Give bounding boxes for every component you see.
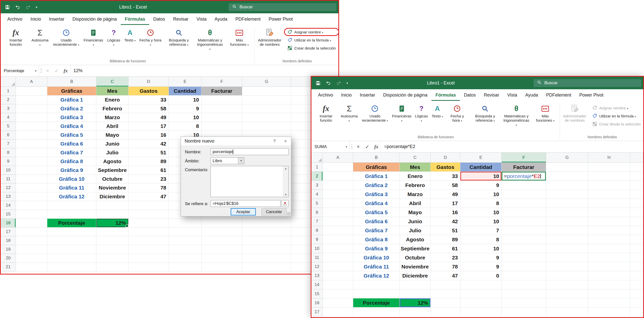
- cell-G3[interactable]: [546, 181, 588, 190]
- cell-A5[interactable]: [16, 122, 47, 131]
- cell-B3[interactable]: Gráfica 2: [47, 104, 96, 113]
- ribbon-button-utilizar-en-la-formula[interactable]: Utilizar en la fórmula ▾: [285, 37, 338, 43]
- cell-E13[interactable]: 0: [460, 271, 502, 280]
- cell-E4[interactable]: 10: [169, 113, 202, 122]
- scope-dropdown[interactable]: Libro ▾: [211, 157, 244, 164]
- cell-x17[interactable]: [630, 307, 643, 316]
- cell-H13[interactable]: [588, 271, 630, 280]
- cell-A16[interactable]: [16, 219, 47, 228]
- ribbon-tab-disposicion-de-pagina[interactable]: Disposición de página: [379, 89, 431, 101]
- ribbon-tab-vista[interactable]: Vista: [192, 13, 211, 25]
- cell-C12[interactable]: Noviembre: [400, 262, 431, 271]
- cell-A12[interactable]: [323, 262, 353, 271]
- ribbon-tab-power-pivot[interactable]: Power Pivot: [575, 89, 608, 101]
- row-header-16[interactable]: 16: [1, 219, 16, 228]
- cell-H15[interactable]: [588, 289, 630, 298]
- cell-F2[interactable]: =porcentaje*E2: [502, 172, 546, 181]
- col-header-D[interactable]: D: [129, 77, 169, 87]
- ribbon-tab-ayuda[interactable]: Ayuda: [211, 13, 231, 25]
- save-icon[interactable]: [5, 5, 10, 10]
- cell-D15[interactable]: [129, 210, 169, 219]
- cell-F16[interactable]: [202, 219, 242, 228]
- cell-C5[interactable]: Abril: [96, 122, 129, 131]
- cell-E12[interactable]: 9: [460, 262, 502, 271]
- cell-A7[interactable]: [16, 140, 47, 148]
- cell-D17[interactable]: [129, 228, 169, 236]
- cell-x8[interactable]: [630, 226, 643, 235]
- cell-E17[interactable]: [460, 307, 502, 316]
- cell-C15[interactable]: [400, 289, 431, 298]
- cell-F1[interactable]: Facturar: [502, 163, 546, 172]
- cell-x11[interactable]: [630, 253, 643, 262]
- ribbon-button-texto[interactable]: ATexto ▾: [123, 26, 138, 43]
- cell-x12[interactable]: [630, 262, 643, 271]
- ribbon-tab-revisar[interactable]: Revisar: [480, 89, 503, 101]
- cell-A4[interactable]: [323, 190, 353, 199]
- cell-A16[interactable]: [323, 298, 353, 307]
- row-header-7[interactable]: 7: [1, 140, 16, 148]
- ribbon-tab-formulas[interactable]: Fórmulas: [431, 89, 460, 101]
- cell-D3[interactable]: 58: [431, 181, 460, 190]
- cell-B4[interactable]: Gráfica 3: [353, 190, 400, 199]
- cell-G10[interactable]: [546, 244, 588, 253]
- cell-E5[interactable]: 8: [460, 199, 502, 208]
- cell-A9[interactable]: [16, 157, 47, 166]
- cell-F20[interactable]: [202, 254, 242, 263]
- cell-H16[interactable]: [588, 298, 630, 307]
- cell-B16[interactable]: Porcentaje: [47, 219, 96, 228]
- ribbon-tab-power-pivot[interactable]: Power Pivot: [265, 13, 297, 25]
- cell-B10[interactable]: Gráfica 9: [353, 244, 400, 253]
- cell-C5[interactable]: Abril: [400, 199, 431, 208]
- cell-E2[interactable]: 10: [169, 96, 202, 104]
- name-box[interactable]: SUMA ▾: [311, 141, 350, 152]
- row-header-13[interactable]: 13: [311, 271, 323, 280]
- cell-C6[interactable]: Mayo: [400, 208, 431, 217]
- cell-F19[interactable]: [202, 245, 242, 254]
- enter-icon[interactable]: ✓: [363, 141, 372, 152]
- cell-x15[interactable]: [630, 289, 643, 298]
- cell-E2[interactable]: 10: [460, 172, 502, 181]
- cell-C7[interactable]: Junio: [400, 217, 431, 226]
- cell-B14[interactable]: [353, 280, 400, 289]
- cell-D11[interactable]: 23: [431, 253, 460, 262]
- ribbon-tab-pdfelement[interactable]: PDFelement: [231, 13, 265, 25]
- cell-B4[interactable]: Gráfica 3: [47, 113, 96, 122]
- cell-B19[interactable]: [47, 245, 96, 254]
- cell-G6[interactable]: [546, 208, 588, 217]
- row-header-14[interactable]: 14: [311, 280, 323, 289]
- select-all-button[interactable]: [1, 77, 16, 87]
- cell-B2[interactable]: Gráfica 1: [47, 96, 96, 104]
- cell-D6[interactable]: 16: [431, 208, 460, 217]
- cell-D13[interactable]: 47: [129, 192, 169, 201]
- row-header-6[interactable]: 6: [1, 131, 16, 140]
- comment-textarea[interactable]: ▲▼: [211, 166, 289, 197]
- ribbon-button-administrador-de-nombres[interactable]: Administrador de nombres: [256, 26, 283, 47]
- cell-A14[interactable]: [323, 280, 353, 289]
- row-header-15[interactable]: 15: [311, 289, 323, 298]
- cell-F10[interactable]: [502, 244, 546, 253]
- cell-D18[interactable]: [129, 236, 169, 245]
- enter-icon[interactable]: ✓: [52, 65, 61, 76]
- cell-x2[interactable]: [630, 172, 643, 181]
- ribbon-button-busqueda-y-referencia[interactable]: Búsqueda y referencia ▾: [163, 26, 194, 48]
- cell-D1[interactable]: Gastos: [129, 87, 169, 96]
- row-header-8[interactable]: 8: [1, 148, 16, 157]
- cell-A10[interactable]: [16, 166, 47, 175]
- cell-B3[interactable]: Gráfica 2: [353, 181, 400, 190]
- cell-F18[interactable]: [202, 236, 242, 245]
- cancel-icon[interactable]: ×: [43, 65, 52, 76]
- cell-x3[interactable]: [630, 181, 643, 190]
- cell-G7[interactable]: [546, 217, 588, 226]
- row-header-9[interactable]: 9: [1, 157, 16, 166]
- row-header-5[interactable]: 5: [1, 122, 16, 131]
- cell-F9[interactable]: [502, 235, 546, 244]
- cell-G16[interactable]: [546, 298, 588, 307]
- cell-C17[interactable]: [96, 228, 129, 236]
- cell-A6[interactable]: [323, 208, 353, 217]
- cell-G2[interactable]: [546, 172, 588, 181]
- cell-H9[interactable]: [588, 235, 630, 244]
- cell-A14[interactable]: [16, 201, 47, 210]
- cell-D14[interactable]: [129, 201, 169, 210]
- row-header-3[interactable]: 3: [311, 181, 323, 190]
- cell-D5[interactable]: 17: [129, 122, 169, 131]
